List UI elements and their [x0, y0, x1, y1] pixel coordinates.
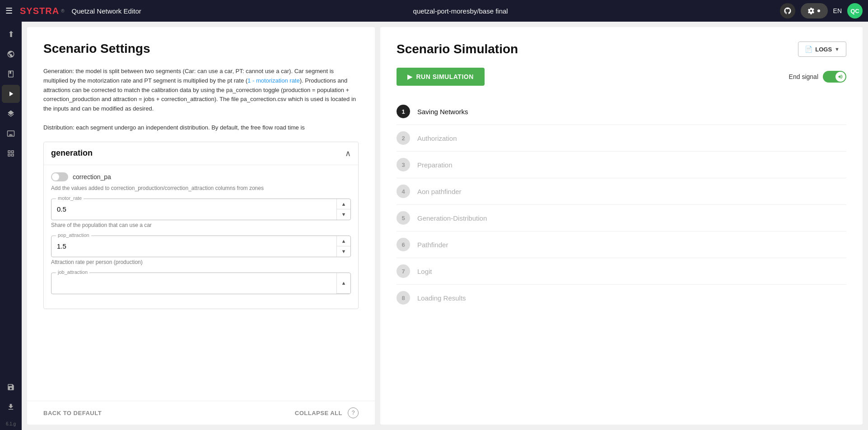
logs-chevron-icon: ▼ — [835, 46, 840, 52]
motor-rate-field: motor_rate ▲ ▼ Share of the population t… — [51, 199, 351, 228]
step-label-7: Logit — [417, 268, 432, 275]
step-badge-3: 3 — [397, 158, 410, 171]
run-simulation-button[interactable]: ▶ RUN SIMULATION — [397, 68, 485, 86]
generation-section-header[interactable]: generation ∧ — [44, 142, 358, 165]
sim-step: 5Generation-Distribution — [397, 205, 846, 231]
pop-attraction-btns: ▲ ▼ — [336, 236, 350, 257]
motor-rate-wrapper: motor_rate ▲ ▼ — [51, 199, 351, 220]
description-link: 1 - motorization rate — [247, 77, 300, 84]
step-badge-7: 7 — [397, 264, 410, 278]
motor-rate-hint: Share of the population that can use a c… — [51, 222, 351, 228]
logs-button-label: LOGS — [815, 46, 832, 53]
pop-attraction-wrapper: pop_attraction ▲ ▼ — [51, 236, 351, 257]
app-title: Quetzal Network Editor — [72, 7, 141, 15]
sidebar-item-play[interactable] — [2, 85, 20, 103]
project-title: quetzal-port-moresby/base final — [147, 7, 775, 15]
motor-rate-label: motor_rate — [56, 195, 84, 201]
topbar-right: EN QC — [780, 3, 863, 18]
pop-attraction-input[interactable] — [51, 236, 336, 257]
run-simulation-label: RUN SIMULATION — [416, 73, 474, 80]
left-panel-inner: Scenario Settings Generation: the model … — [27, 27, 375, 401]
job-attraction-field: job_attraction ▲ — [51, 273, 351, 294]
main-layout: ⬆ 6.1.g Scenario Setting — [0, 22, 868, 430]
motor-rate-down-button[interactable]: ▼ — [337, 209, 350, 220]
sim-step: 3Preparation — [397, 152, 846, 178]
generation-section-title: generation — [51, 148, 93, 158]
logo-text: SYSTRA — [20, 6, 59, 16]
menu-icon[interactable]: ☰ — [5, 6, 13, 16]
generation-section: generation ∧ correction_pa Add the value… — [43, 142, 359, 309]
job-attraction-input[interactable] — [51, 273, 336, 294]
sidebar-item-grid[interactable] — [2, 144, 20, 162]
step-label-5: Generation-Distribution — [417, 214, 487, 222]
scenario-simulation-title: Scenario Simulation — [397, 42, 518, 56]
help-button[interactable]: ? — [348, 407, 359, 418]
sim-steps: 1Saving Networks2Authorization3Preparati… — [397, 98, 846, 311]
content-area: Scenario Settings Generation: the model … — [22, 22, 868, 430]
pop-attraction-down-button[interactable]: ▼ — [337, 246, 350, 257]
play-icon: ▶ — [407, 73, 413, 80]
back-to-default-button[interactable]: BACK TO DEFAULT — [43, 410, 102, 416]
sim-step: 8Loading Results — [397, 285, 846, 311]
logs-doc-icon: 📄 — [805, 46, 812, 53]
generation-section-body: correction_pa Add the values added to co… — [44, 165, 358, 309]
description-text: Generation: the model is split between t… — [43, 67, 359, 133]
sim-step: 1Saving Networks — [397, 98, 846, 125]
sidebar-item-globe[interactable] — [2, 45, 20, 63]
right-panel-header: Scenario Simulation 📄 LOGS ▼ — [397, 42, 846, 57]
step-label-1: Saving Networks — [417, 108, 468, 116]
correction-pa-label: correction_pa — [73, 173, 111, 180]
correction-pa-toggle[interactable] — [51, 172, 68, 181]
step-label-6: Pathfinder — [417, 241, 448, 249]
logo-circle: ® — [61, 9, 64, 14]
correction-pa-toggle-row: correction_pa — [51, 172, 351, 181]
step-badge-4: 4 — [397, 185, 410, 198]
step-badge-2: 2 — [397, 131, 410, 145]
job-attraction-btns: ▲ — [336, 273, 350, 294]
logo: SYSTRA ® — [20, 6, 65, 16]
collapse-all-button[interactable]: COLLAPSE ALL — [295, 410, 342, 416]
sim-step: 4Aon pathfinder — [397, 178, 846, 205]
sidebar-item-save[interactable] — [2, 378, 20, 396]
step-badge-8: 8 — [397, 291, 410, 305]
left-panel: Scenario Settings Generation: the model … — [27, 27, 375, 425]
sidebar-item-layers[interactable] — [2, 105, 20, 123]
sim-step: 7Logit — [397, 258, 846, 285]
sound-toggle-knob — [835, 72, 845, 82]
sidebar-item-download[interactable] — [2, 398, 20, 416]
help-icon: ? — [352, 410, 355, 416]
job-attraction-label: job_attraction — [56, 269, 89, 275]
language-selector[interactable]: EN — [833, 7, 842, 14]
step-badge-1: 1 — [397, 105, 410, 118]
end-signal-toggle[interactable] — [823, 71, 846, 83]
version-label: 6.1.g — [6, 421, 16, 426]
sidebar-item-upload[interactable]: ⬆ — [2, 25, 20, 43]
sidebar: ⬆ 6.1.g — [0, 22, 22, 430]
toggle-knob — [52, 173, 59, 180]
job-attraction-wrapper: job_attraction ▲ — [51, 273, 351, 294]
left-panel-footer: BACK TO DEFAULT COLLAPSE ALL ? — [27, 401, 375, 425]
pop-attraction-hint: Attraction rate per person (production) — [51, 259, 351, 265]
step-badge-6: 6 — [397, 238, 410, 251]
avatar[interactable]: QC — [847, 3, 863, 18]
generation-chevron-icon: ∧ — [345, 148, 351, 158]
sidebar-item-book[interactable] — [2, 65, 20, 83]
github-button[interactable] — [780, 3, 795, 18]
topbar: ☰ SYSTRA ® Quetzal Network Editor quetza… — [0, 0, 868, 22]
job-attraction-up-button[interactable]: ▲ — [337, 273, 350, 294]
logs-button[interactable]: 📄 LOGS ▼ — [798, 42, 846, 57]
step-badge-5: 5 — [397, 211, 410, 225]
pop-attraction-up-button[interactable]: ▲ — [337, 236, 350, 247]
motor-rate-input[interactable] — [51, 199, 336, 220]
sim-controls: ▶ RUN SIMULATION End signal — [397, 68, 846, 86]
motor-rate-up-button[interactable]: ▲ — [337, 199, 350, 210]
sim-step: 2Authorization — [397, 125, 846, 152]
settings-button[interactable] — [801, 3, 828, 18]
correction-pa-desc: Add the values added to correction_produ… — [51, 185, 351, 191]
sidebar-item-image[interactable] — [2, 125, 20, 143]
step-label-8: Loading Results — [417, 294, 466, 302]
step-label-3: Preparation — [417, 161, 453, 169]
pop-attraction-field: pop_attraction ▲ ▼ Attraction rate per p… — [51, 236, 351, 265]
right-panel: Scenario Simulation 📄 LOGS ▼ ▶ RUN SIMUL… — [380, 27, 863, 425]
svg-point-0 — [817, 9, 820, 12]
